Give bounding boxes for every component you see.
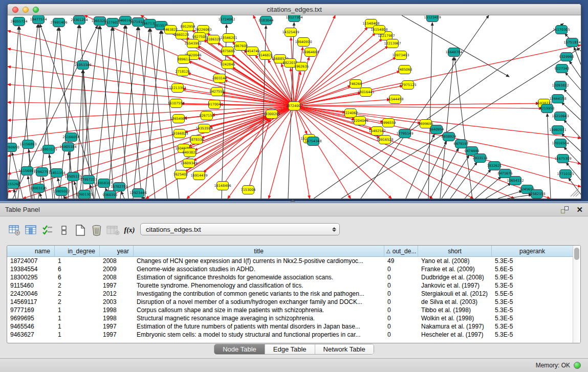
graph-node[interactable]: 917004 — [208, 100, 221, 109]
citation-edge-red[interactable] — [294, 45, 581, 106]
graph-node[interactable]: 20301254 — [71, 16, 88, 25]
graph-node[interactable]: 5875685 — [221, 47, 235, 56]
citation-edge-black[interactable] — [107, 26, 125, 199]
table-cell[interactable]: 5.9E-5 — [492, 273, 573, 281]
graph-node[interactable]: 8215958 — [540, 104, 555, 113]
table-cell[interactable]: 9115460 — [7, 281, 55, 290]
table-cell[interactable]: 0 — [384, 306, 418, 314]
table-cell[interactable]: de Silva et al. (2003) — [418, 298, 492, 306]
resize-grip-icon[interactable] — [573, 191, 579, 196]
table-cell[interactable]: 1 — [55, 322, 100, 331]
table-cell[interactable]: 5.3E-5 — [492, 322, 573, 331]
table-cell[interactable]: 5.3E-5 — [492, 314, 573, 322]
close-panel-icon[interactable]: ✕ — [576, 206, 583, 213]
graph-node[interactable]: 9227343 — [555, 64, 570, 73]
table-cell[interactable]: 5.3E-5 — [492, 281, 573, 290]
graph-node[interactable]: 11675309 — [554, 155, 571, 163]
citation-edge-black[interactable] — [564, 120, 581, 138]
column-header-out_de-[interactable]: △out_de... — [384, 246, 418, 256]
delete-column-icon[interactable] — [89, 223, 104, 237]
graph-node[interactable]: 12601305 — [76, 190, 93, 199]
citation-edge-black[interactable] — [95, 28, 112, 199]
graph-node[interactable]: 20803135 — [40, 145, 57, 154]
show-columns-icon[interactable] — [24, 223, 39, 237]
table-cell[interactable]: 2 — [55, 281, 100, 290]
graph-node[interactable]: 1640954 — [429, 125, 444, 134]
table-scrollbar[interactable] — [573, 246, 580, 343]
table-cell[interactable]: 5.5E-5 — [492, 290, 573, 298]
table-cell[interactable]: 19384554 — [7, 265, 55, 273]
table-cell[interactable]: Disruption of a novel member of a sodium… — [134, 298, 384, 306]
graph-node[interactable]: 9155260 — [8, 180, 20, 189]
table-cell[interactable]: 9699695 — [7, 314, 55, 322]
table-cell[interactable]: Estimation of the future numbers of pati… — [134, 322, 384, 331]
table-row[interactable]: 946554611997Estimation of the future num… — [7, 322, 573, 331]
graph-node[interactable]: 18640910 — [295, 38, 312, 47]
graph-node[interactable]: 1962635 — [294, 62, 309, 71]
table-cell[interactable]: 2 — [55, 298, 100, 306]
graph-node[interactable]: 15992071 — [549, 126, 566, 135]
table-cell[interactable]: 1997 — [100, 322, 134, 331]
graph-node[interactable]: 7485063 — [398, 65, 412, 74]
table-cell[interactable]: 18724007 — [7, 257, 55, 265]
table-row[interactable]: 1830029562008Estimation of significance … — [7, 273, 573, 281]
tab-node-table[interactable]: Node Table — [214, 344, 265, 354]
table-cell[interactable]: Dudbridge et al. (2008) — [418, 273, 492, 281]
tab-edge-table[interactable]: Edge Table — [265, 344, 315, 354]
graph-node[interactable]: 13546201 — [220, 34, 237, 42]
graph-node[interactable]: 14754348 — [304, 137, 321, 146]
graph-node[interactable]: 11544458 — [386, 95, 403, 104]
citation-edge-red[interactable] — [203, 106, 294, 172]
citation-edge-black[interactable] — [80, 25, 94, 199]
table-cell[interactable]: Jankovic et al. (1997) — [418, 281, 492, 290]
graph-node[interactable]: 746266 — [350, 80, 362, 89]
citation-edge-black[interactable] — [450, 162, 477, 199]
graph-node[interactable]: 27691406 — [50, 18, 67, 27]
column-header-name[interactable]: name — [7, 246, 55, 256]
table-cell[interactable]: 22420046 — [7, 290, 55, 298]
table-row[interactable]: 2242004622012Investigating the contribut… — [7, 290, 573, 298]
table-cell[interactable]: Tourette syndrome. Phenomenology and cla… — [134, 281, 384, 290]
table-cell[interactable]: Structural magnetic resonance image aver… — [134, 314, 384, 322]
graph-node[interactable]: 6479197 — [454, 140, 469, 148]
network-window-titlebar[interactable]: citations_edges.txt — [8, 4, 581, 15]
graph-node[interactable]: 16148496 — [214, 182, 231, 190]
citation-edge-black[interactable] — [100, 26, 114, 199]
table-cell[interactable]: 1 — [55, 314, 100, 322]
table-cell[interactable]: 0 — [384, 290, 418, 298]
citation-edge-red[interactable] — [8, 49, 294, 106]
graph-node[interactable]: 18003125 — [30, 184, 47, 193]
row-height-icon[interactable] — [56, 223, 72, 237]
table-cell[interactable]: Yano et al. (2008) — [418, 257, 492, 265]
citation-edge-black[interactable] — [475, 177, 501, 199]
graph-node[interactable]: 12093822 — [552, 81, 569, 90]
table-cell[interactable]: 0 — [384, 331, 418, 339]
table-cell[interactable]: Investigating the contribution of common… — [134, 290, 384, 298]
graph-node[interactable]: 12444158 — [549, 95, 566, 103]
table-cell[interactable]: 1 — [55, 331, 100, 339]
graph-node[interactable]: 12213393 — [169, 84, 186, 93]
graph-node[interactable]: 7153004 — [241, 186, 256, 194]
citation-edge-black[interactable] — [120, 27, 138, 199]
graph-node[interactable]: 21053346 — [74, 61, 91, 70]
graph-node[interactable]: 8186328 — [206, 35, 221, 44]
citation-edge-black[interactable] — [402, 15, 509, 77]
table-cell[interactable]: 1 — [55, 306, 100, 314]
table-cell[interactable]: 6 — [55, 273, 100, 281]
citation-edge-red[interactable] — [294, 106, 351, 199]
citation-edge-black[interactable] — [570, 61, 581, 78]
citation-edge-black[interactable] — [40, 193, 41, 199]
graph-node[interactable]: 10973493 — [392, 51, 409, 60]
citation-edge-black[interactable] — [547, 114, 551, 199]
graph-node[interactable]: 17710325 — [557, 170, 574, 179]
table-row[interactable]: 1872400712008Changes of HCN gene express… — [7, 257, 573, 265]
table-row[interactable]: 946362711997Embryonic stem cells: a mode… — [7, 331, 573, 339]
graph-node[interactable]: 12204046 — [351, 117, 368, 125]
scrollbar-thumb[interactable] — [574, 248, 579, 260]
citation-edge-black[interactable] — [486, 183, 511, 199]
table-cell[interactable]: Changes of HCN gene expression and I(f) … — [134, 257, 384, 265]
table-cell[interactable]: 0 — [384, 281, 418, 290]
graph-node[interactable]: 8454749 — [245, 47, 260, 56]
graph-node[interactable]: 14325419 — [282, 28, 299, 37]
table-cell[interactable]: 2003 — [100, 298, 134, 306]
